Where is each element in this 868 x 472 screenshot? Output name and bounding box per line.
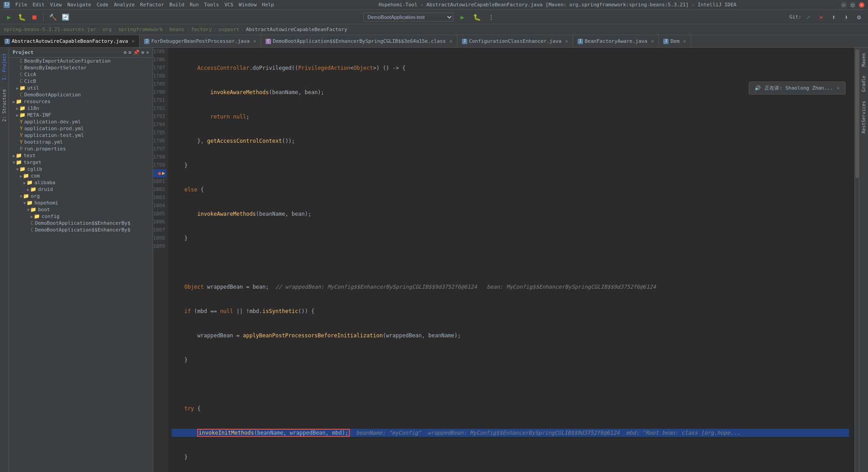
sidebar-collapse[interactable]: ≡ (128, 50, 131, 55)
tab-demoboot-enhancer[interactable]: C DemoBootApplication$$EnhancerBySpringC… (261, 35, 457, 47)
scrollbar-thumb[interactable] (855, 50, 859, 178)
tree-item-demoboot-enhancer2[interactable]: C DemoBootApplication$$EnhancerBy$ (9, 227, 153, 233)
sidebar-expand[interactable]: ⊕ (141, 50, 145, 55)
code-line-1793 (172, 259, 856, 267)
tab-close-0[interactable]: × (131, 38, 135, 44)
tree-item-util[interactable]: ▶ 📁 util (9, 85, 153, 91)
tab-dem[interactable]: J Dem × (659, 35, 691, 47)
tree-item-hopehomi[interactable]: ▼ 📁 hopehomi (9, 200, 153, 206)
menu-navigate[interactable]: Navigate (68, 2, 91, 8)
menu-view[interactable]: View (50, 2, 62, 8)
tree-item-cglib[interactable]: ▼ 📁 cglib (9, 166, 153, 172)
notification-close[interactable]: × (836, 85, 840, 91)
menu-build[interactable]: Build (169, 2, 184, 8)
breadcrumb-jar[interactable]: spring-beans-5.3.21-sources.jar (4, 27, 96, 32)
menu-vcs[interactable]: VCS (224, 2, 233, 8)
tree-item-metainf[interactable]: ▶ 📁 META-INF (9, 112, 153, 118)
tree-item-beanbyimport[interactable]: C BeanByImportAutoConfiguration (9, 58, 153, 64)
breadcrumb-support[interactable]: support (218, 27, 239, 32)
structure-tab[interactable]: 2: Structure (1, 87, 8, 123)
breadcrumb-factory[interactable]: factory (191, 27, 212, 32)
menu-window[interactable]: Window (239, 2, 257, 8)
code-content[interactable]: AccessController.doPrivileged((Privilege… (168, 48, 859, 472)
tree-item-bootstrap[interactable]: Y bootstrap.yml (9, 139, 153, 145)
tree-item-target[interactable]: ▼ 📁 target (9, 159, 153, 166)
code-area[interactable]: 1785 1786 1787 1788 1789 1790 1791 1792 … (153, 48, 859, 472)
tab-abstract-autowire[interactable]: J AbstractAutowireCapableBeanFactory.jav… (0, 35, 140, 47)
tab-fordebugger[interactable]: J ForDebuggerBeanPostProcessor.java × (140, 35, 261, 47)
run-config-debug[interactable]: 🐛 (471, 12, 482, 23)
run-config-more[interactable]: ⋮ (486, 12, 497, 23)
tree-item-alibaba[interactable]: ▶ 📁 alibaba (9, 179, 153, 186)
tab-beanfactory-aware[interactable]: J BeanFactoryAware.java × (573, 35, 659, 47)
tab-configclass[interactable]: J ConfigurationClassEnhancer.java × (457, 35, 573, 47)
tab-close-5[interactable]: × (683, 38, 686, 44)
tree-item-config[interactable]: ▶ 📁 config (9, 213, 153, 220)
arrow-boot: ▼ (27, 208, 29, 212)
tree-item-cica[interactable]: C CicA (9, 71, 153, 78)
maven-tab[interactable]: Maven (860, 51, 867, 68)
tree-label-run-props: run.properties (24, 146, 66, 152)
close-button[interactable]: × (859, 2, 864, 8)
tree-item-cicb[interactable]: C CicB (9, 78, 153, 85)
tab-close-2[interactable]: × (449, 38, 452, 44)
vcs-update[interactable]: ⬇ (841, 12, 852, 23)
tree-item-beansbyimport[interactable]: C BeansByImportSelector (9, 64, 153, 71)
sidebar-settings[interactable]: ⚙ (124, 50, 127, 55)
tree-item-resources[interactable]: ▶ 📁 resources (9, 98, 153, 105)
menu-help[interactable]: Help (262, 2, 274, 8)
run-config-run[interactable]: ▶ (457, 12, 468, 23)
project-tab[interactable]: 1: Project (1, 51, 8, 82)
tab-icon-4: J (578, 39, 583, 44)
breadcrumb-springframework[interactable]: springframework (118, 27, 163, 32)
tree-item-app-prod[interactable]: Y application-prod.yml (9, 125, 153, 132)
menu-analyze[interactable]: Analyze (114, 2, 135, 8)
minimize-button[interactable]: — (841, 2, 846, 8)
gutter-1800: ● ▶ (153, 169, 166, 177)
breadcrumb-beans[interactable]: beans (169, 27, 184, 32)
run-button[interactable]: ▶ (4, 12, 14, 23)
tree-item-app-dev[interactable]: Y application-dev.yml (9, 118, 153, 125)
tree-item-boot[interactable]: ▼ 📁 boot (9, 206, 153, 213)
breadcrumb-class[interactable]: AbstractAutowireCapableBeanFactory (246, 27, 347, 32)
gutter-1797: 1797 (153, 145, 166, 153)
notification-box[interactable]: 🔊 正在讲: Shaolong Zhan... × (749, 82, 845, 95)
breadcrumb-org[interactable]: org (103, 27, 112, 32)
tree-item-i18n[interactable]: ▶ 📁 i18n (9, 105, 153, 112)
tree-item-app-test[interactable]: Y application-test.yml (9, 132, 153, 139)
vertical-scrollbar[interactable] (854, 48, 859, 472)
gradle-tab[interactable]: Gradle (860, 74, 867, 94)
menu-file[interactable]: File (15, 2, 27, 8)
sync-button[interactable]: 🔄 (60, 12, 71, 23)
sidebar-pin[interactable]: 📌 (133, 50, 140, 55)
tree-item-run-props[interactable]: P run.properties (9, 145, 153, 152)
menu-code[interactable]: Code (96, 2, 108, 8)
debug-button[interactable]: 🐛 (16, 12, 27, 23)
menu-run[interactable]: Run (190, 2, 199, 8)
tab-close-4[interactable]: × (651, 38, 654, 44)
tree-item-druid[interactable]: ▶ 📁 druid (9, 186, 153, 193)
stop-button[interactable]: ⏹ (29, 12, 40, 23)
settings-button[interactable]: ⚙ (854, 12, 864, 23)
restservices-tab[interactable]: RestServices (860, 99, 867, 135)
vcs-checkmark[interactable]: ✓ (803, 12, 814, 23)
run-config-dropdown[interactable]: DemoBootApplication-test (363, 13, 453, 22)
tab-close-1[interactable]: × (253, 38, 256, 44)
menu-bar[interactable]: File Edit View Navigate Code Analyze Ref… (15, 2, 274, 8)
tree-item-demoboot[interactable]: C DemoBootApplication (9, 91, 153, 98)
vcs-commit[interactable]: ⬆ (828, 12, 839, 23)
code-line-1787: return null; (172, 113, 856, 121)
tree-item-demoboot-enhancer1[interactable]: C DemoBootApplication$$EnhancerBy$ (9, 220, 153, 227)
menu-refactor[interactable]: Refactor (140, 2, 164, 8)
tab-close-3[interactable]: × (565, 38, 568, 44)
menu-tools[interactable]: Tools (204, 2, 219, 8)
code-editor: 🔊 正在讲: Shaolong Zhan... × 1785 1786 1787… (153, 48, 859, 472)
vcs-x[interactable]: ✕ (816, 12, 827, 23)
tree-item-test[interactable]: ▶ 📁 test (9, 152, 153, 159)
tree-item-com[interactable]: ▶ 📁 com (9, 172, 153, 179)
menu-edit[interactable]: Edit (33, 2, 45, 8)
maximize-button[interactable]: □ (850, 2, 855, 8)
sidebar-close[interactable]: × (146, 50, 149, 55)
tree-item-org[interactable]: ▼ 📁 org (9, 193, 153, 200)
build-button[interactable]: 🔨 (47, 12, 58, 23)
